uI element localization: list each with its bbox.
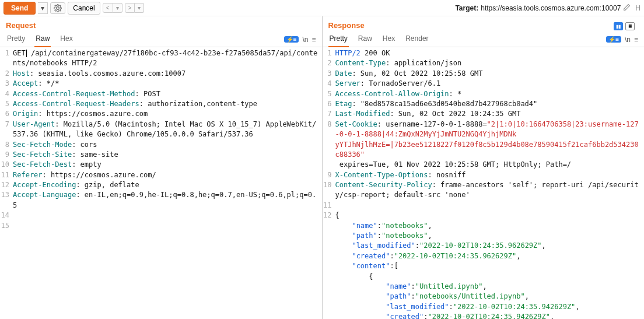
history-back-dropdown[interactable]: ▾ [113, 3, 123, 13]
menu-icon[interactable]: ≡ [312, 36, 316, 44]
main-panes: Request Pretty Raw Hex ⚡≡ \n ≡ 1GET /api… [0, 16, 644, 319]
tab-response-raw[interactable]: Raw [357, 32, 373, 47]
target-display: Target: https://seasia.tools.cosmos.azur… [455, 3, 640, 13]
response-editor[interactable]: 1HTTP/2 200 OK2Content-Type: application… [323, 47, 645, 319]
request-editor[interactable]: 1GET /api/containergateway/27f180bc-cf93… [0, 47, 322, 319]
response-newline-toggle[interactable]: \n [625, 36, 631, 44]
request-pane: Request Pretty Raw Hex ⚡≡ \n ≡ 1GET /api… [0, 16, 323, 319]
tab-request-pretty[interactable]: Pretty [6, 32, 26, 47]
response-actions-chip[interactable]: ⚡≡ [606, 36, 621, 43]
history-forward-dropdown[interactable]: ▾ [135, 3, 144, 13]
send-button[interactable]: Send [4, 2, 36, 15]
edit-target-button[interactable] [623, 3, 631, 13]
layout-split-button[interactable]: ▮▮ [614, 22, 623, 30]
response-menu-icon[interactable]: ≡ [634, 36, 638, 44]
top-toolbar: Send ▾ Cancel < ▾ > ▾ Target: https://se… [0, 0, 644, 16]
request-title: Request [6, 21, 316, 30]
settings-button[interactable] [50, 2, 65, 14]
response-title: Response [328, 21, 365, 30]
tab-response-pretty[interactable]: Pretty [328, 32, 349, 47]
response-pane: Response ▮▮ ≣ Pretty Raw Hex Render ⚡≡ \… [323, 16, 645, 319]
history-back-group: < ▾ [103, 3, 123, 13]
history-back-button[interactable]: < [103, 3, 113, 13]
send-dropdown[interactable]: ▾ [38, 2, 48, 14]
gear-icon [54, 4, 62, 12]
tab-response-render[interactable]: Render [404, 32, 429, 47]
pencil-icon [623, 3, 631, 11]
newline-toggle[interactable]: \n [302, 36, 308, 44]
layout-buttons: ▮▮ ≣ [614, 22, 635, 30]
tab-request-raw[interactable]: Raw [34, 32, 51, 47]
http-version-label: H [635, 4, 640, 12]
request-tabs: Pretty Raw Hex ⚡≡ \n ≡ [0, 32, 322, 47]
tab-response-hex[interactable]: Hex [382, 32, 396, 47]
history-forward-button[interactable]: > [125, 3, 135, 13]
target-label: Target: [455, 4, 478, 12]
history-forward-group: > ▾ [125, 3, 145, 13]
layout-stack-button[interactable]: ≣ [625, 22, 635, 30]
target-value: https://seasia.tools.cosmos.azure.com:10… [481, 4, 621, 12]
cancel-button[interactable]: Cancel [68, 2, 100, 15]
response-tabs: Pretty Raw Hex Render ⚡≡ \n ≡ [323, 32, 645, 47]
actions-chip[interactable]: ⚡≡ [284, 36, 299, 43]
tab-request-hex[interactable]: Hex [59, 32, 74, 47]
